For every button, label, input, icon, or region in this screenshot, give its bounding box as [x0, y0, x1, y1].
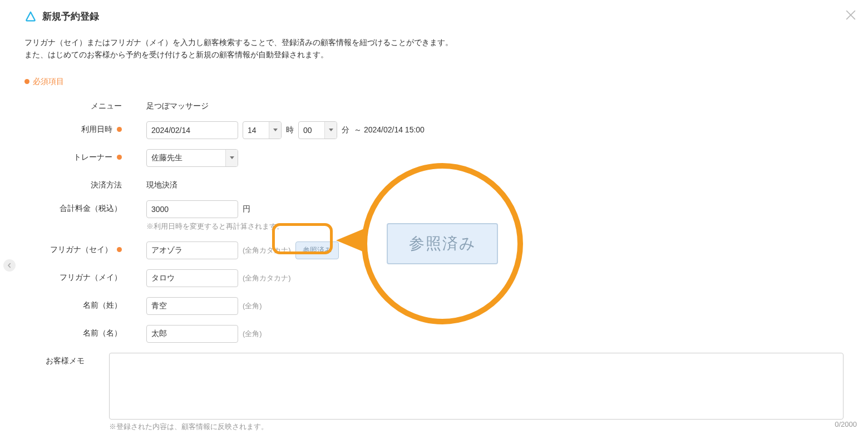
required-dot-icon: [117, 155, 122, 160]
required-dot-icon: [117, 247, 122, 252]
row-payment: 決済方法 現地決済: [24, 177, 844, 190]
payment-value: 現地決済: [146, 177, 177, 190]
label-furigana-mei: フリガナ（メイ）: [24, 269, 122, 283]
row-furigana-mei: フリガナ（メイ） (全角カタカナ): [24, 269, 844, 287]
label-menu: メニュー: [24, 98, 122, 111]
datetime-range: ～ 2024/02/14 15:00: [354, 125, 425, 135]
furigana-sei-input[interactable]: [146, 241, 238, 259]
minute-unit: 分: [342, 125, 349, 135]
label-datetime: 利用日時: [24, 121, 122, 135]
name-sei-hint: (全角): [243, 301, 262, 311]
name-mei-hint: (全角): [243, 329, 262, 339]
name-sei-input[interactable]: [146, 297, 238, 315]
row-menu: メニュー 足つぼマッサージ: [24, 98, 844, 111]
row-furigana-sei: フリガナ（セイ） (全角カタカナ) 参照済み: [24, 241, 844, 259]
hour-unit: 時: [286, 125, 294, 135]
required-legend-label: 必須項目: [33, 77, 64, 87]
form-content: フリガナ（セイ）またはフリガナ（メイ）を入力し顧客検索することで、登録済みの顧客…: [0, 36, 868, 432]
intro-line-2: また、はじめてのお客様から予約を受け付けると新規の顧客情報が自動登録されます。: [24, 48, 844, 61]
intro-line-1: フリガナ（セイ）またはフリガナ（メイ）を入力し顧客検索することで、登録済みの顧客…: [24, 36, 844, 48]
row-trainer: トレーナー 佐藤先生: [24, 149, 844, 167]
page-title: 新規予約登録: [42, 10, 99, 23]
row-name-mei: 名前（名） (全角): [24, 325, 844, 343]
logo-icon: [24, 11, 37, 23]
name-mei-input[interactable]: [146, 325, 238, 343]
row-name-sei: 名前（姓） (全角): [24, 297, 844, 315]
label-trainer: トレーナー: [24, 149, 122, 162]
dialog-header: 新規予約登録: [0, 0, 868, 31]
label-memo: お客様メモ: [24, 353, 85, 366]
menu-value: 足つぼマッサージ: [146, 98, 209, 111]
date-input[interactable]: [146, 121, 238, 139]
label-furigana-sei: フリガナ（セイ）: [24, 241, 122, 255]
required-dot-icon: [117, 127, 122, 132]
required-legend: 必須項目: [24, 77, 844, 87]
row-datetime: 利用日時 14 時 00 分 ～ 2024/02/14 15:00: [24, 121, 844, 139]
required-dot-icon: [24, 79, 29, 84]
furigana-mei-hint: (全角カタカナ): [243, 273, 291, 283]
total-price-input[interactable]: [146, 200, 238, 218]
customer-memo-textarea[interactable]: [109, 353, 844, 420]
intro-text: フリガナ（セイ）またはフリガナ（メイ）を入力し顧客検索することで、登録済みの顧客…: [24, 36, 844, 61]
hour-select[interactable]: 14: [243, 121, 282, 139]
furigana-sei-hint: (全角カタカナ): [243, 245, 291, 255]
trainer-select[interactable]: 佐藤先生: [146, 149, 238, 167]
memo-note: ※登録された内容は、顧客情報に反映されます。: [109, 422, 268, 432]
minute-select[interactable]: 00: [298, 121, 337, 139]
row-memo: お客様メモ ※登録された内容は、顧客情報に反映されます。: [24, 353, 844, 432]
reference-done-button[interactable]: 参照済み: [295, 241, 339, 259]
label-total: 合計料金（税込）: [24, 200, 122, 214]
row-total: 合計料金（税込） 円 ※利用日時を変更すると再計算されます。: [24, 200, 844, 231]
label-payment: 決済方法: [24, 177, 122, 190]
total-note: ※利用日時を変更すると再計算されます。: [146, 221, 284, 231]
memo-char-counter: 0/2000: [835, 420, 857, 428]
chevron-left-icon[interactable]: [3, 259, 16, 272]
close-icon[interactable]: [845, 9, 857, 21]
label-name-sei: 名前（姓）: [24, 297, 122, 310]
price-unit: 円: [243, 204, 250, 214]
furigana-mei-input[interactable]: [146, 269, 238, 287]
label-name-mei: 名前（名）: [24, 325, 122, 338]
